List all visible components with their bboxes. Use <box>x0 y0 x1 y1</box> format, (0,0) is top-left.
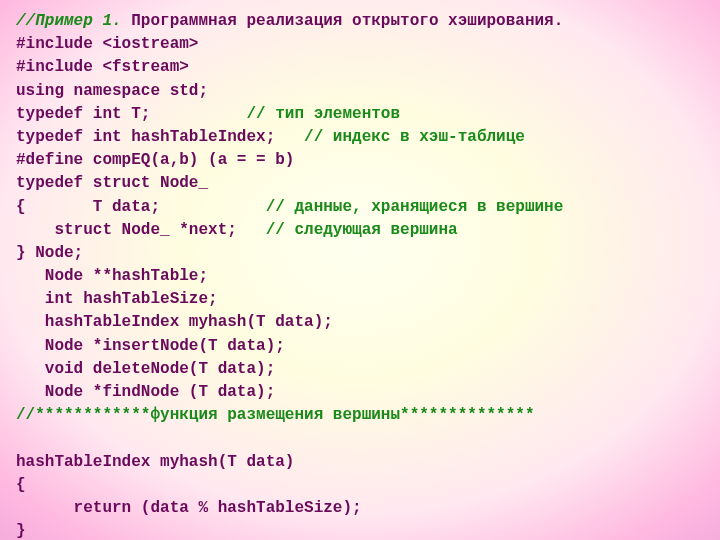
code-line: return (data % hashTableSize); <box>16 497 704 520</box>
code-span: { T data; <box>16 198 266 216</box>
code-block: //Пример 1. Программная реализация откры… <box>16 10 704 540</box>
code-span: //Пример 1. <box>16 12 122 30</box>
code-span: int hashTableSize; <box>16 290 218 308</box>
code-line: } <box>16 520 704 540</box>
code-line <box>16 427 704 450</box>
code-span: // следующая вершина <box>266 221 458 239</box>
code-span: hashTableIndex myhash(T data) <box>16 453 294 471</box>
code-line: typedef int T; // тип элементов <box>16 103 704 126</box>
code-span: // индекс в хэш-таблице <box>304 128 525 146</box>
code-span: //************функция размещения вершины… <box>16 406 534 424</box>
code-span: return (data % hashTableSize); <box>16 499 362 517</box>
code-line: #include <fstream> <box>16 56 704 79</box>
code-line: #define compEQ(a,b) (a = = b) <box>16 149 704 172</box>
code-span <box>16 429 26 447</box>
code-line: void deleteNode(T data); <box>16 358 704 381</box>
code-span: typedef struct Node_ <box>16 174 208 192</box>
code-span: using namespace std; <box>16 82 208 100</box>
code-span: void deleteNode(T data); <box>16 360 275 378</box>
code-span: { <box>16 476 26 494</box>
code-line: hashTableIndex myhash(T data) <box>16 451 704 474</box>
code-span: hashTableIndex myhash(T data); <box>16 313 333 331</box>
code-line: typedef int hashTableIndex; // индекс в … <box>16 126 704 149</box>
code-line: Node *insertNode(T data); <box>16 335 704 358</box>
code-span: #include <iostream> <box>16 35 198 53</box>
code-line: int hashTableSize; <box>16 288 704 311</box>
code-span: #include <fstream> <box>16 58 189 76</box>
code-span: typedef int T; <box>16 105 246 123</box>
code-line: Node **hashTable; <box>16 265 704 288</box>
code-line: //Пример 1. Программная реализация откры… <box>16 10 704 33</box>
code-line: } Node; <box>16 242 704 265</box>
code-line: { <box>16 474 704 497</box>
code-span: typedef int hashTableIndex; <box>16 128 304 146</box>
code-line: Node *findNode (T data); <box>16 381 704 404</box>
code-line: hashTableIndex myhash(T data); <box>16 311 704 334</box>
code-span: // тип элементов <box>246 105 400 123</box>
code-span: #define compEQ(a,b) (a = = b) <box>16 151 294 169</box>
code-span: Node **hashTable; <box>16 267 208 285</box>
code-span: Программная реализация открытого хэширов… <box>122 12 564 30</box>
code-line: using namespace std; <box>16 80 704 103</box>
code-span: } Node; <box>16 244 83 262</box>
code-span: struct Node_ *next; <box>16 221 266 239</box>
code-span: } <box>16 522 26 540</box>
code-line: #include <iostream> <box>16 33 704 56</box>
code-span: Node *findNode (T data); <box>16 383 275 401</box>
code-line: struct Node_ *next; // следующая вершина <box>16 219 704 242</box>
code-span: Node *insertNode(T data); <box>16 337 285 355</box>
code-span: // данные, хранящиеся в вершине <box>266 198 564 216</box>
code-line: typedef struct Node_ <box>16 172 704 195</box>
code-line: //************функция размещения вершины… <box>16 404 704 427</box>
code-line: { T data; // данные, хранящиеся в вершин… <box>16 196 704 219</box>
